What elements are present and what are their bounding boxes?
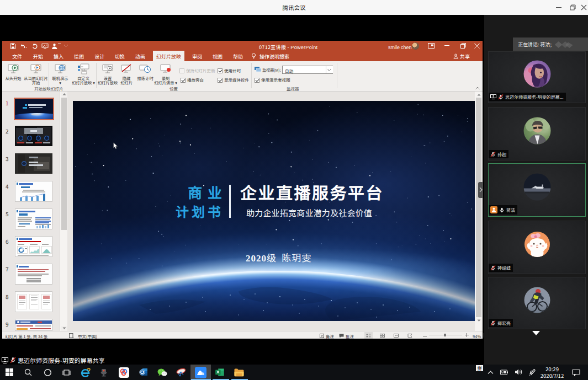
svg-text:X: X [216, 370, 220, 374]
